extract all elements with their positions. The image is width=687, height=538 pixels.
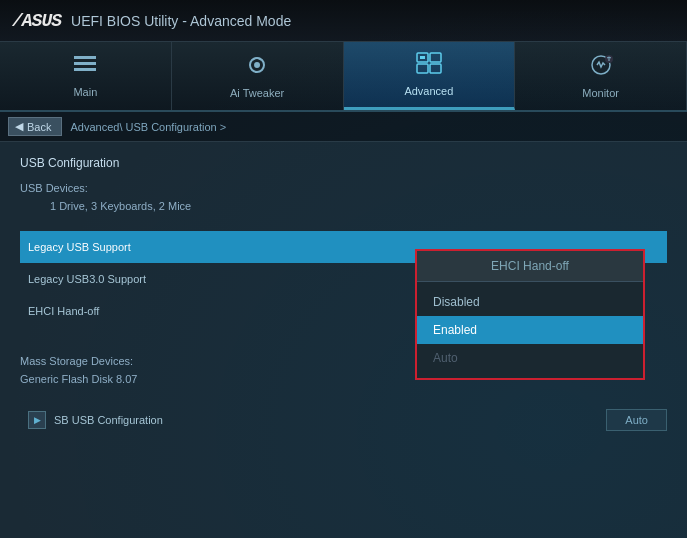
ehci-handoff-label: EHCI Hand-off bbox=[28, 305, 99, 317]
breadcrumb-path: Advanced\ USB Configuration > bbox=[70, 121, 226, 133]
auto-button[interactable]: Auto bbox=[606, 409, 667, 431]
svg-rect-1 bbox=[74, 62, 96, 65]
svg-point-4 bbox=[254, 62, 260, 68]
svg-rect-0 bbox=[74, 56, 96, 59]
svg-rect-9 bbox=[420, 56, 425, 59]
svg-rect-7 bbox=[417, 64, 428, 73]
dropdown-title: EHCI Hand-off bbox=[417, 251, 643, 282]
tab-advanced[interactable]: Advanced bbox=[344, 42, 516, 110]
tab-advanced-label: Advanced bbox=[404, 85, 453, 97]
usb-devices-info: USB Devices: 1 Drive, 3 Keyboards, 2 Mic… bbox=[20, 180, 667, 215]
dropdown-option-enabled[interactable]: Enabled bbox=[417, 316, 643, 344]
legacy-usb3-label: Legacy USB3.0 Support bbox=[28, 273, 146, 285]
svg-rect-6 bbox=[430, 53, 441, 62]
tab-ai-tweaker[interactable]: Ai Tweaker bbox=[172, 42, 344, 110]
asus-logo: /ASUS bbox=[12, 11, 61, 31]
svg-rect-2 bbox=[74, 68, 96, 71]
usb-devices-value: 1 Drive, 3 Keyboards, 2 Mice bbox=[20, 198, 667, 216]
section-title: USB Configuration bbox=[20, 156, 667, 170]
tab-ai-tweaker-label: Ai Tweaker bbox=[230, 87, 284, 99]
header-title: UEFI BIOS Utility - Advanced Mode bbox=[71, 13, 291, 29]
settings-list: Legacy USB Support Legacy USB3.0 Support… bbox=[20, 231, 667, 327]
tab-main-label: Main bbox=[73, 86, 97, 98]
back-button[interactable]: ◀ Back bbox=[8, 117, 62, 136]
dropdown-option-disabled[interactable]: Disabled bbox=[417, 288, 643, 316]
usb-devices-label: USB Devices: bbox=[20, 180, 667, 198]
advanced-icon bbox=[416, 52, 442, 80]
nav-tabs: Main Ai Tweaker Advanced bbox=[0, 42, 687, 112]
content-area: USB Configuration USB Devices: 1 Drive, … bbox=[0, 142, 687, 450]
dropdown-popup: EHCI Hand-off Disabled Enabled Auto bbox=[415, 249, 645, 380]
back-arrow-icon: ◀ bbox=[15, 120, 23, 133]
legacy-usb-label: Legacy USB Support bbox=[28, 241, 131, 253]
header: /ASUS UEFI BIOS Utility - Advanced Mode bbox=[0, 0, 687, 42]
back-label: Back bbox=[27, 121, 51, 133]
dropdown-option-auto[interactable]: Auto bbox=[417, 344, 643, 372]
dropdown-options: Disabled Enabled Auto bbox=[417, 282, 643, 378]
tab-main[interactable]: Main bbox=[0, 42, 172, 110]
tab-monitor-label: Monitor bbox=[582, 87, 619, 99]
tab-monitor[interactable]: Monitor bbox=[515, 42, 687, 110]
sb-usb-row[interactable]: ▶ SB USB Configuration bbox=[20, 404, 171, 436]
main-icon bbox=[73, 55, 97, 81]
ai-tweaker-icon bbox=[245, 54, 269, 82]
sb-usb-arrow-icon: ▶ bbox=[28, 411, 46, 429]
monitor-icon bbox=[588, 54, 614, 82]
breadcrumb-bar: ◀ Back Advanced\ USB Configuration > bbox=[0, 112, 687, 142]
sb-usb-label: SB USB Configuration bbox=[54, 414, 163, 426]
svg-rect-8 bbox=[430, 64, 441, 73]
